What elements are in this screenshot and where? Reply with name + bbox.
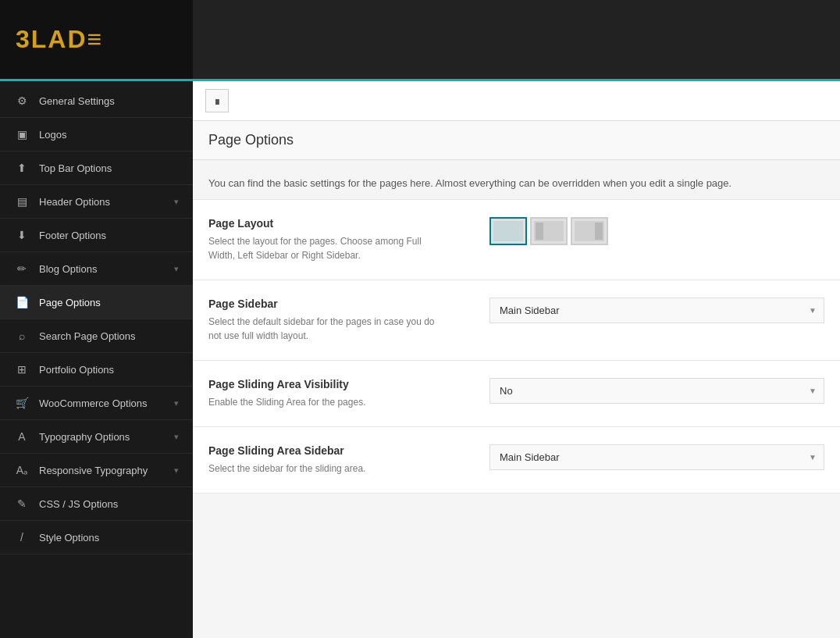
sidebar-item-label-typography-options: Typography Options — [39, 431, 174, 443]
blog-options-icon: ✏ — [14, 262, 30, 275]
chevron-down-icon-woocommerce-options: ▾ — [174, 398, 179, 408]
page-sliding-sidebar-description: Select the sidebar for the sliding area. — [208, 462, 443, 476]
sidebar-item-label-blog-options: Blog Options — [39, 263, 174, 275]
page-sliding-visibility-select-wrapper: No Yes — [489, 378, 824, 404]
sidebar-item-label-top-bar-options: Top Bar Options — [39, 162, 179, 174]
woocommerce-options-icon: 🛒 — [14, 397, 30, 409]
layout-right-sidebar-btn[interactable] — [571, 217, 608, 245]
sidebar-item-responsive-typography[interactable]: AₐResponsive Typography▾ — [0, 454, 193, 487]
sidebar-item-label-woocommerce-options: WooCommerce Options — [39, 397, 174, 409]
top-bar — [193, 0, 840, 81]
sidebar-item-css-js-options[interactable]: ✎CSS / JS Options — [0, 487, 193, 521]
logo-text: 3LAD≡ — [16, 25, 103, 54]
chevron-down-icon-typography-options: ▾ — [174, 432, 179, 442]
page-sliding-visibility-row: Page Sliding Area Visibility Enable the … — [193, 361, 840, 427]
sidebar: 3LAD≡ ⚙General Settings▣Logos⬆Top Bar Op… — [0, 0, 193, 638]
layout-options — [489, 217, 608, 245]
page-layout-label-col: Page Layout Select the layout for the pa… — [208, 217, 489, 262]
sidebar-item-label-search-page-options: Search Page Options — [39, 330, 179, 342]
page-layout-label: Page Layout — [208, 217, 489, 230]
header-options-icon: ▤ — [14, 195, 30, 208]
chevron-down-icon-header-options: ▾ — [174, 197, 179, 207]
page-sidebar-control: Main Sidebar Secondary Sidebar — [489, 298, 824, 323]
page-sliding-visibility-label-col: Page Sliding Area Visibility Enable the … — [208, 378, 489, 409]
page-sliding-sidebar-label: Page Sliding Area Sidebar — [208, 444, 489, 457]
page-layout-row: Page Layout Select the layout for the pa… — [193, 200, 840, 280]
toolbar-layout-button[interactable]: ∎ — [205, 89, 229, 112]
content-area: ∎ Page Options You can find the basic se… — [193, 81, 840, 638]
layout-left-sidebar-btn[interactable] — [530, 217, 568, 245]
sidebar-item-label-style-options: Style Options — [39, 532, 179, 544]
sidebar-item-woocommerce-options[interactable]: 🛒WooCommerce Options▾ — [0, 387, 193, 420]
sidebar-item-style-options[interactable]: /Style Options — [0, 521, 193, 554]
page-sliding-visibility-control: No Yes — [489, 378, 824, 404]
sidebar-item-label-header-options: Header Options — [39, 196, 174, 208]
search-page-options-icon: ⌕ — [14, 330, 30, 342]
layout-full-width-btn[interactable] — [489, 217, 527, 245]
page-sliding-visibility-description: Enable the Sliding Area for the pages. — [208, 395, 443, 409]
sidebar-item-blog-options[interactable]: ✏Blog Options▾ — [0, 252, 193, 286]
sidebar-item-label-css-js-options: CSS / JS Options — [39, 498, 179, 510]
sidebar-item-label-responsive-typography: Responsive Typography — [39, 465, 174, 476]
sidebar-item-label-logos: Logos — [39, 129, 179, 141]
page-sliding-sidebar-label-col: Page Sliding Area Sidebar Select the sid… — [208, 444, 489, 476]
layout-left-sidebar-icon — [534, 221, 564, 241]
page-sidebar-select-wrapper: Main Sidebar Secondary Sidebar — [489, 298, 824, 323]
section-description: You can find the basic settings for the … — [193, 160, 840, 200]
portfolio-options-icon: ⊞ — [14, 363, 30, 376]
layout-right-sidebar-icon — [575, 221, 604, 241]
sidebar-item-label-general-settings: General Settings — [39, 95, 179, 107]
logo-area: 3LAD≡ — [0, 0, 193, 81]
sidebar-item-footer-options[interactable]: ⬇Footer Options — [0, 219, 193, 252]
sidebar-item-logos[interactable]: ▣Logos — [0, 118, 193, 151]
layout-full-width-icon — [493, 221, 523, 241]
page-sidebar-select[interactable]: Main Sidebar Secondary Sidebar — [489, 298, 824, 323]
sidebar-item-header-options[interactable]: ▤Header Options▾ — [0, 185, 193, 219]
page-sliding-visibility-label: Page Sliding Area Visibility — [208, 378, 489, 390]
page-sliding-sidebar-row: Page Sliding Area Sidebar Select the sid… — [193, 427, 840, 494]
toolbar-row: ∎ — [193, 81, 840, 121]
page-sliding-sidebar-select[interactable]: Main Sidebar Secondary Sidebar — [489, 444, 824, 470]
section-title: Page Options — [208, 132, 824, 148]
sidebar-item-portfolio-options[interactable]: ⊞Portfolio Options — [0, 353, 193, 387]
sidebar-nav: ⚙General Settings▣Logos⬆Top Bar Options▤… — [0, 81, 193, 638]
responsive-typography-icon: Aₐ — [14, 464, 30, 476]
sidebar-item-label-portfolio-options: Portfolio Options — [39, 364, 179, 376]
top-bar-options-icon: ⬆ — [14, 162, 30, 174]
page-sidebar-description: Select the default sidebar for the pages… — [208, 315, 443, 343]
sidebar-item-label-footer-options: Footer Options — [39, 230, 179, 241]
page-sliding-sidebar-control: Main Sidebar Secondary Sidebar — [489, 444, 824, 470]
chevron-down-icon-responsive-typography: ▾ — [174, 465, 179, 476]
sidebar-item-label-page-options: Page Options — [39, 297, 179, 308]
logos-icon: ▣ — [14, 128, 30, 141]
page-sidebar-row: Page Sidebar Select the default sidebar … — [193, 280, 840, 361]
typography-options-icon: A — [14, 430, 30, 443]
css-js-options-icon: ✎ — [14, 497, 30, 510]
section-description-text: You can find the basic settings for the … — [208, 176, 824, 191]
sidebar-item-page-options[interactable]: 📄Page Options — [0, 286, 193, 319]
style-options-icon: / — [14, 531, 30, 544]
page-options-icon: 📄 — [14, 296, 30, 308]
section-header: Page Options — [193, 121, 840, 160]
general-settings-icon: ⚙ — [14, 94, 30, 107]
footer-options-icon: ⬇ — [14, 229, 30, 241]
chevron-down-icon-blog-options: ▾ — [174, 264, 179, 274]
sidebar-item-typography-options[interactable]: ATypography Options▾ — [0, 420, 193, 454]
page-sidebar-label: Page Sidebar — [208, 298, 489, 310]
page-options-container: Page Options You can find the basic sett… — [193, 121, 840, 509]
sidebar-item-search-page-options[interactable]: ⌕Search Page Options — [0, 319, 193, 353]
page-sliding-sidebar-select-wrapper: Main Sidebar Secondary Sidebar — [489, 444, 824, 470]
sidebar-item-top-bar-options[interactable]: ⬆Top Bar Options — [0, 151, 193, 185]
page-layout-control — [489, 217, 824, 245]
page-sidebar-label-col: Page Sidebar Select the default sidebar … — [208, 298, 489, 343]
sidebar-item-general-settings[interactable]: ⚙General Settings — [0, 84, 193, 118]
page-sliding-visibility-select[interactable]: No Yes — [489, 378, 824, 404]
main-content: ∎ Page Options You can find the basic se… — [193, 0, 840, 638]
page-layout-description: Select the layout for the pages. Choose … — [208, 234, 443, 262]
